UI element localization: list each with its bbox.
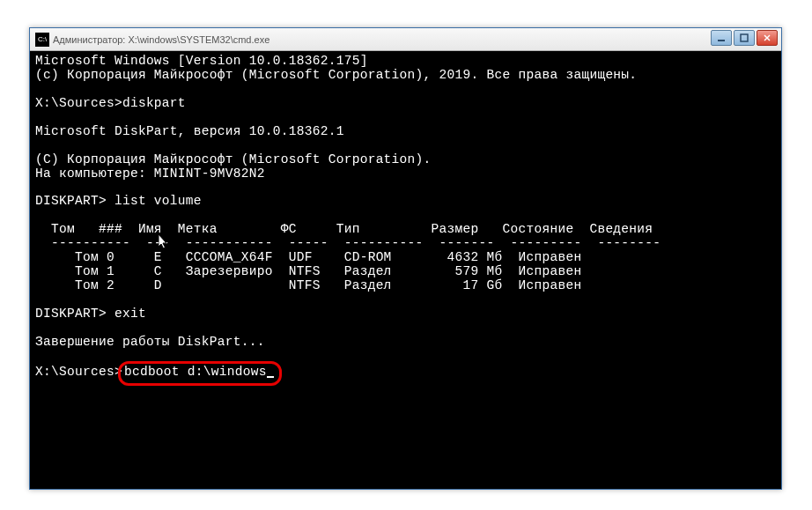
terminal-area[interactable]: Microsoft Windows [Version 10.0.18362.17… <box>30 51 781 389</box>
cmd-icon: C:\ <box>35 33 49 47</box>
command-text: bcdboot d:\windows <box>124 365 267 379</box>
cmd-window: C:\ Администратор: X:\windows\SYSTEM32\c… <box>29 27 782 490</box>
prompt-line: DISKPART> exit <box>35 307 146 321</box>
output-line: (c) Корпорация Майкрософт (Microsoft Cor… <box>35 68 637 82</box>
table-row: Том 2 D NTFS Раздел 17 Gб Исправен <box>35 278 581 292</box>
window-controls <box>711 30 778 46</box>
table-row: Том 1 C Зарезервиро NTFS Раздел 579 Мб И… <box>35 264 581 278</box>
output-line: Microsoft DiskPart, версия 10.0.18362.1 <box>35 124 344 138</box>
prompt-prefix: X:\Sources> <box>35 365 122 379</box>
maximize-button[interactable] <box>734 30 755 46</box>
prompt-line: X:\Sources>diskpart <box>35 96 186 110</box>
output-line: Microsoft Windows [Version 10.0.18362.17… <box>35 54 368 68</box>
close-button[interactable] <box>757 30 778 46</box>
svg-rect-1 <box>741 34 748 41</box>
table-row: Том 0 E CCCOMA_X64F UDF CD-ROM 4632 Мб И… <box>35 250 581 264</box>
table-separator: ---------- --- ----------- ----- -------… <box>35 236 661 250</box>
output-line: (C) Корпорация Майкрософт (Microsoft Cor… <box>35 152 432 166</box>
svg-rect-0 <box>718 40 725 41</box>
highlighted-command: bcdboot d:\windows <box>118 361 282 386</box>
text-cursor <box>267 376 274 378</box>
minimize-button[interactable] <box>711 30 732 46</box>
output-line: На компьютере: MININT-9MV82N2 <box>35 166 265 181</box>
output-line: Завершение работы DiskPart... <box>35 335 265 349</box>
window-title: Администратор: X:\windows\SYSTEM32\cmd.e… <box>53 34 269 45</box>
table-header: Том ### Имя Метка ФС Тип Размер Состояни… <box>35 222 653 236</box>
titlebar[interactable]: C:\ Администратор: X:\windows\SYSTEM32\c… <box>30 28 781 51</box>
prompt-line: DISKPART> list volume <box>35 194 202 208</box>
